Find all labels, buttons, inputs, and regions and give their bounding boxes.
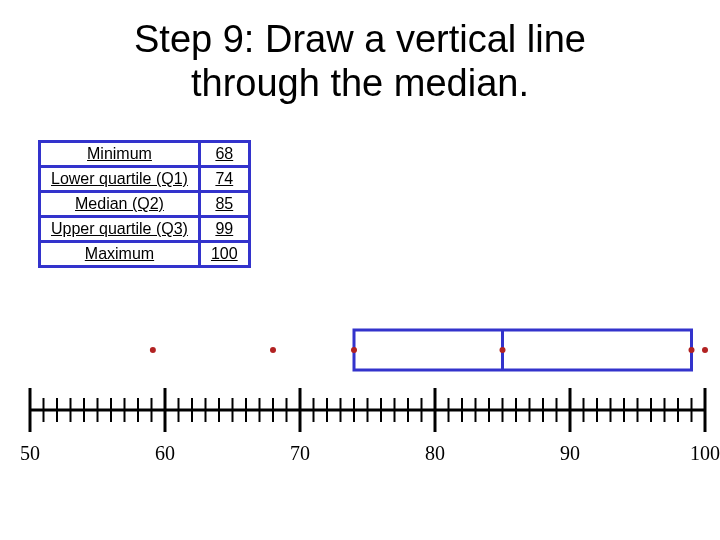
stat-value: 85 [199,192,249,217]
data-dot [351,347,357,353]
data-dot [150,347,156,353]
table-row: Lower quartile (Q1) 74 [40,167,250,192]
stat-label: Minimum [40,142,200,167]
box [354,330,692,370]
boxplot-axis: 5060708090100 [0,310,720,490]
data-dot [702,347,708,353]
table-row: Upper quartile (Q3) 99 [40,217,250,242]
axis-label: 100 [690,442,720,464]
axis-label: 60 [155,442,175,464]
data-dot [500,347,506,353]
stat-value: 74 [199,167,249,192]
data-dot [270,347,276,353]
table-row: Minimum 68 [40,142,250,167]
stat-label: Lower quartile (Q1) [40,167,200,192]
stat-value: 68 [199,142,249,167]
stat-label: Maximum [40,242,200,267]
title-line-2: through the median. [191,62,529,104]
table-row: Maximum 100 [40,242,250,267]
data-dot [689,347,695,353]
table-row: Median (Q2) 85 [40,192,250,217]
stat-value: 99 [199,217,249,242]
stat-label: Median (Q2) [40,192,200,217]
title-line-1: Step 9: Draw a vertical line [134,18,586,60]
axis-label: 70 [290,442,310,464]
slide-title: Step 9: Draw a vertical line through the… [0,18,720,105]
five-number-summary-table: Minimum 68 Lower quartile (Q1) 74 Median… [38,140,251,268]
stat-label: Upper quartile (Q3) [40,217,200,242]
axis-label: 50 [20,442,40,464]
axis-label: 80 [425,442,445,464]
slide: Step 9: Draw a vertical line through the… [0,0,720,540]
axis-label: 90 [560,442,580,464]
stat-value: 100 [199,242,249,267]
